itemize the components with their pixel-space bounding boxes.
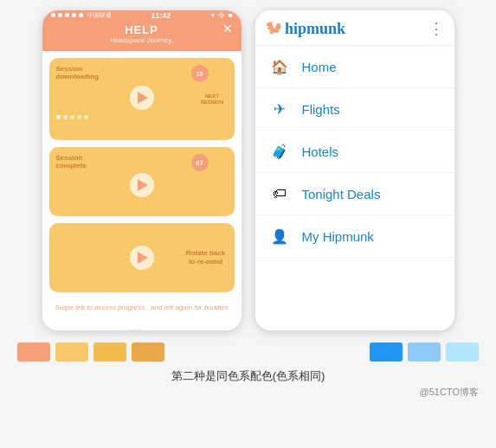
progress-dots	[56, 115, 228, 119]
nav-item-home[interactable]: 🏠 Home	[255, 46, 454, 88]
right-phone: n Hotels SEE ALL 30% ingtonHotel $239 🐿 …	[255, 10, 454, 330]
color-swatches-section	[0, 337, 496, 365]
swatch-yellow-dark	[132, 342, 164, 362]
logo-icon: 🐿	[266, 20, 281, 37]
home-icon: 🏠	[269, 56, 290, 77]
status-dots: 中国联通	[51, 11, 112, 20]
nav-home-label: Home	[302, 60, 337, 74]
next-session-label: NEXT SESSION	[197, 93, 228, 105]
nav-tonight-deals-label: Tonight Deals	[302, 187, 381, 202]
swatch-yellow-light	[55, 342, 88, 362]
rotate-label: Rotate backto re-mind	[184, 249, 228, 267]
phones-section: 中国联通 11:42 ▾令■ HELP ✕ Headspace Journey.…	[0, 0, 496, 337]
nav-item-my-hipmunk[interactable]: 👤 My Hipmunk	[255, 215, 454, 258]
hipmunk-header: 🐿 hipmunk ⋮	[255, 10, 454, 46]
close-button[interactable]: ✕	[222, 22, 233, 35]
session-card-1: Sessiondownloading 10 NEXT SESSION	[49, 58, 235, 140]
carrier-text: 中国联通	[87, 11, 112, 20]
flights-icon: ✈	[269, 99, 290, 119]
signal-icons: ▾令■	[211, 10, 233, 20]
phone-body: Sessiondownloading 10 NEXT SESSION Sessi…	[42, 51, 242, 330]
warm-swatches	[17, 342, 164, 362]
caption-section: 第二种是同色系配色(色系相同) @51CTO博客	[0, 365, 496, 400]
session-card-2: Sessioncomplete 07	[49, 147, 235, 216]
hipmunk-logo: 🐿 hipmunk	[266, 20, 346, 38]
caption-sub: @51CTO博客	[0, 386, 496, 399]
play-triangle-icon-3	[138, 252, 148, 264]
header-subtitle: Headspace Journey.	[42, 36, 242, 44]
hipmunk-content: 🐿 hipmunk ⋮ 🏠 Home ✈ Flights 🧳 Hotels	[255, 10, 454, 330]
nav-hotels-label: Hotels	[302, 144, 339, 159]
swipe-hint-text: Swipe left to access progress.. and left…	[49, 303, 235, 312]
nav-item-hotels[interactable]: 🧳 Hotels	[255, 131, 454, 173]
swatch-blue-dark	[370, 342, 403, 362]
tonight-deals-icon: 🏷	[269, 183, 290, 204]
hotels-icon: 🧳	[269, 141, 290, 162]
play-button-1[interactable]	[130, 86, 154, 110]
play-button-3[interactable]	[130, 246, 154, 270]
play-triangle-icon	[138, 92, 148, 104]
cool-swatches	[370, 342, 479, 362]
nav-item-flights[interactable]: ✈ Flights	[255, 88, 454, 131]
nav-item-tonight-deals[interactable]: 🏷 Tonight Deals	[255, 173, 454, 215]
play-button-2[interactable]	[130, 173, 154, 197]
session-card-3: Rotate backto re-mind	[49, 223, 235, 292]
nav-flights-label: Flights	[302, 102, 340, 117]
nav-my-hipmunk-label: My Hipmunk	[302, 229, 374, 244]
session-badge-2: 07	[191, 154, 209, 171]
session-badge-1: 10	[191, 65, 209, 82]
left-phone: 中国联通 11:42 ▾令■ HELP ✕ Headspace Journey.…	[42, 10, 242, 330]
play-triangle-icon-2	[138, 179, 148, 191]
swatch-coral	[17, 342, 50, 362]
hand-gesture-icon: ☜ ↩	[49, 321, 235, 330]
status-bar: 中国联通 11:42 ▾令■	[42, 10, 242, 20]
my-hipmunk-icon: 👤	[269, 226, 290, 246]
app-header: HELP ✕ Headspace Journey.	[42, 20, 242, 51]
more-options-button[interactable]: ⋮	[428, 19, 444, 38]
navigation-menu: 🏠 Home ✈ Flights 🧳 Hotels 🏷 Tonight Deal…	[255, 46, 454, 330]
caption-main: 第二种是同色系配色(色系相同)	[171, 368, 325, 384]
swatch-blue-light	[446, 342, 479, 362]
time-display: 11:42	[151, 11, 171, 20]
header-title: HELP	[42, 23, 242, 36]
swatch-blue-mid	[408, 342, 441, 362]
swatch-yellow-mid	[93, 342, 126, 362]
